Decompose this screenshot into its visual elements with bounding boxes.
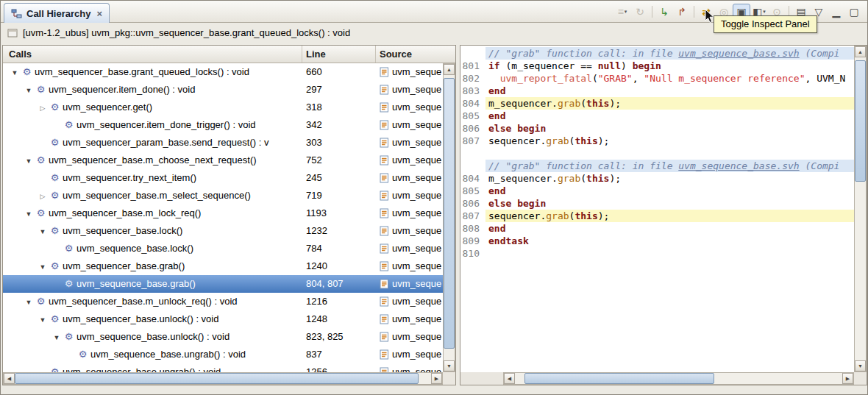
column-divider[interactable]: [302, 46, 302, 63]
sv-file-icon: [380, 102, 389, 113]
code-token: (m_sequencer ==: [500, 60, 598, 71]
call-label: uvm_sequence_base.unlock() : void: [75, 331, 230, 342]
tree-row[interactable]: ⚙uvm_sequence_base.ungrab() : void 837 u…: [3, 346, 443, 363]
code-token: this: [586, 98, 609, 109]
sv-file-icon: [380, 191, 389, 201]
toolbar-separator: [652, 6, 652, 18]
expand-arrow-icon[interactable]: ▼: [23, 205, 35, 222]
line-number: 801: [460, 60, 485, 72]
line-cell: 1232: [306, 222, 327, 240]
call-label: uvm_sequencer_base.grab(): [61, 260, 185, 271]
tree-vertical-scrollbar[interactable]: ▲ ▼: [443, 63, 455, 372]
tree-row[interactable]: ▷⚙uvm_sequencer.get() 318 uvm_seque: [3, 99, 443, 116]
tree-row[interactable]: ▼⚙uvm_sequencer_base.grab() 1240 uvm_seq…: [3, 257, 443, 275]
sv-file-icon: [380, 314, 389, 324]
tree-row[interactable]: ⚙uvm_sequencer.item_done_trigger() : voi…: [3, 116, 443, 134]
scrollbar-thumb[interactable]: [15, 373, 419, 384]
tab-label: Call Hierarchy: [26, 8, 90, 19]
source-file-label: uvm_seque: [392, 257, 441, 275]
close-tab-icon[interactable]: ×: [96, 8, 102, 19]
tree-row[interactable]: ⚙uvm_sequencer.try_next_item() 245 uvm_s…: [3, 169, 443, 187]
call-label: uvm_sequencer.get(): [61, 102, 152, 113]
method-icon: ⚙: [49, 134, 61, 152]
calls-cell: ⚙uvm_sequencer.try_next_item(): [3, 169, 302, 187]
code-vertical-scrollbar[interactable]: ▲ ▼: [854, 46, 867, 372]
scrollbar-thumb[interactable]: [524, 373, 714, 384]
scroll-down-button[interactable]: ▼: [444, 360, 455, 371]
collapse-arrow-icon[interactable]: ▷: [37, 99, 49, 116]
tree-row[interactable]: ▼⚙uvm_sequencer_base.unlock() : void 124…: [3, 310, 443, 328]
tree-row[interactable]: ⚙uvm_sequence_base.grab() 804, 807 uvm_s…: [3, 275, 443, 293]
toolbar-callee-mode-button[interactable]: ↱: [673, 4, 691, 20]
scrollbar-thumb[interactable]: [855, 60, 866, 182]
line-cell: 719: [306, 187, 322, 204]
code-token: end: [488, 223, 505, 234]
tree-row[interactable]: ⚙uvm_sequencer_param_base.send_request()…: [3, 134, 443, 152]
toolbar-maximize-view-button[interactable]: ▢: [845, 4, 863, 20]
scroll-up-button[interactable]: ▲: [855, 46, 866, 57]
tree-row[interactable]: ▼⚙uvm_sequencer_base.m_lock_req() 1193 u…: [3, 204, 443, 222]
scroll-right-button[interactable]: ▶: [842, 373, 853, 384]
scroll-up-button[interactable]: ▲: [444, 64, 455, 75]
tree-column-header: Calls Line Source: [3, 46, 455, 63]
scrollbar-track[interactable]: [444, 75, 455, 360]
code-token: );: [609, 173, 621, 184]
sv-file-icon: [380, 243, 389, 254]
scrollbar-track[interactable]: [15, 373, 431, 384]
line-cell: 1193: [306, 204, 327, 222]
tree-row[interactable]: ▼⚙uvm_sequence_base.unlock() : void 823,…: [3, 328, 443, 346]
code-horizontal-scrollbar[interactable]: ◀ ▶: [503, 372, 854, 385]
expand-arrow-icon[interactable]: ▼: [37, 223, 49, 240]
collapse-arrow-icon[interactable]: ▷: [37, 188, 49, 204]
tree-row[interactable]: ▼⚙uvm_sequencer_base.m_choose_next_reque…: [3, 152, 443, 169]
tree-row[interactable]: ▼⚙uvm_sequencer.item_done() : void 297 u…: [3, 81, 443, 99]
tree-row[interactable]: ⚙uvm_sequencer_base.ungrab() : void 1256…: [3, 363, 443, 372]
call-label: uvm_sequencer.item_done_trigger() : void: [75, 119, 256, 130]
tree-row[interactable]: ▼⚙uvm_sequencer_base.grant_queued_locks(…: [3, 63, 443, 81]
scroll-down-button[interactable]: ▼: [855, 360, 866, 371]
tree-row[interactable]: ▷⚙uvm_sequencer_base.m_select_sequence()…: [3, 187, 443, 204]
scrollbar-thumb[interactable]: [444, 78, 455, 349]
scroll-left-button[interactable]: ◀: [4, 373, 15, 384]
tab-call-hierarchy[interactable]: Call Hierarchy ×: [4, 3, 110, 23]
code-token: m_sequencer.: [488, 98, 558, 109]
column-calls[interactable]: Calls: [9, 46, 32, 63]
code-text: // "grab" function call: in file uvm_seq…: [485, 160, 855, 172]
expand-arrow-icon[interactable]: ▼: [37, 311, 49, 328]
scroll-right-button[interactable]: ▶: [431, 373, 442, 384]
toolbar-minimize-view-button[interactable]: ▁: [828, 4, 845, 20]
tree-row[interactable]: ▼⚙uvm_sequencer_base.lock() 1232 uvm_seq…: [3, 222, 443, 240]
expand-arrow-icon[interactable]: ▼: [23, 82, 35, 99]
column-divider[interactable]: [375, 46, 376, 63]
expand-arrow-icon[interactable]: ▼: [9, 64, 21, 81]
source-file-label: uvm_seque: [392, 310, 441, 328]
line-cell: 804, 807: [306, 275, 344, 293]
code-line: // "grab" function call: in file uvm_seq…: [460, 47, 855, 60]
toolbar-caller-mode-button[interactable]: ↳: [655, 4, 673, 20]
line-number: 803: [460, 85, 485, 97]
tree-row[interactable]: ▼⚙uvm_sequencer_base.m_unlock_req() : vo…: [3, 293, 443, 310]
expand-arrow-icon[interactable]: ▼: [23, 293, 35, 310]
column-source[interactable]: Source: [380, 46, 412, 63]
source-file-link[interactable]: uvm_sequence_base.svh: [678, 48, 799, 59]
scrollbar-track[interactable]: [515, 373, 842, 384]
line-number: 807: [460, 135, 485, 147]
column-line[interactable]: Line: [306, 46, 326, 63]
tree-row[interactable]: ⚙uvm_sequence_base.lock() 784 uvm_seque: [3, 240, 443, 257]
call-hierarchy-icon: [11, 8, 22, 19]
code-line: 807 sequencer.grab(this);: [460, 135, 855, 147]
method-icon: ⚙: [49, 187, 61, 204]
code-line: [460, 147, 855, 160]
source-file-link[interactable]: uvm_sequence_base.svh: [678, 160, 799, 171]
code-text: sequencer.grab(this);: [485, 135, 855, 147]
expand-arrow-icon[interactable]: ▼: [51, 329, 63, 346]
code-text: else begin: [485, 197, 855, 210]
scrollbar-track[interactable]: [855, 57, 866, 360]
line-cell: 1216: [306, 293, 327, 310]
expand-arrow-icon[interactable]: ▼: [23, 152, 35, 169]
code-token: "Null m_sequencer reference": [644, 73, 805, 84]
tree-horizontal-scrollbar[interactable]: ◀ ▶: [3, 372, 443, 385]
scroll-left-button[interactable]: ◀: [504, 373, 515, 384]
expand-arrow-icon[interactable]: ▼: [37, 258, 49, 275]
code-line: 806 else begin: [460, 122, 855, 135]
